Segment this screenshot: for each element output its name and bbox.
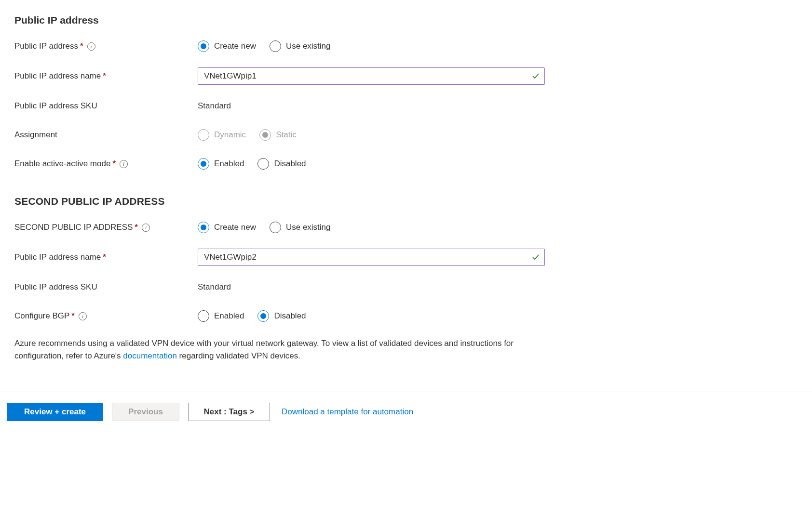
radio-icon (198, 222, 209, 233)
row-sku2: Public IP address SKU Standard (14, 279, 798, 295)
radio-group-active-active: Enabled Disabled (198, 158, 306, 170)
pip2-name-input[interactable] (198, 249, 545, 266)
radio-icon (198, 40, 209, 52)
row-bgp: Configure BGP * i Enabled Disabled (14, 308, 798, 324)
radio-create-new-2[interactable]: Create new (198, 222, 256, 233)
required-asterisk: * (80, 41, 83, 51)
input-wrap-pip2-name (198, 249, 545, 266)
radio-bgp-disabled[interactable]: Disabled (257, 310, 306, 322)
download-template-link[interactable]: Download a template for automation (282, 407, 413, 417)
row-pip-name: Public IP address name * (14, 67, 798, 85)
label-sku2: Public IP address SKU (14, 282, 198, 292)
radio-group-bgp: Enabled Disabled (198, 310, 306, 322)
info-icon[interactable]: i (142, 224, 150, 232)
label-text: Public IP address SKU (14, 282, 97, 292)
documentation-link[interactable]: documentation (123, 351, 177, 360)
info-icon[interactable]: i (120, 160, 128, 168)
label-text: Configure BGP (14, 311, 69, 321)
sku-value: Standard (198, 101, 231, 111)
next-tags-button[interactable]: Next : Tags > (188, 403, 270, 421)
label-text: Public IP address (14, 41, 78, 51)
radio-bgp-enabled[interactable]: Enabled (198, 310, 244, 322)
radio-icon (257, 310, 269, 322)
row-sku: Public IP address SKU Standard (14, 98, 798, 114)
row-pip2-mode: SECOND PUBLIC IP ADDRESS * i Create new … (14, 220, 798, 235)
label-bgp: Configure BGP * i (14, 311, 198, 321)
radio-icon (198, 129, 209, 141)
label-active-active: Enable active-active mode * i (14, 159, 198, 169)
info-icon[interactable]: i (87, 42, 95, 51)
pip-name-input[interactable] (198, 67, 545, 85)
sku2-value: Standard (198, 282, 231, 292)
radio-icon (198, 158, 209, 170)
wizard-footer: Review + create Previous Next : Tags > D… (0, 392, 812, 432)
recommendation-text: Azure recommends using a validated VPN d… (14, 337, 545, 363)
required-asterisk: * (71, 311, 75, 321)
radio-label: Enabled (214, 311, 244, 321)
required-asterisk: * (135, 223, 138, 232)
label-pip-name: Public IP address name * (14, 71, 198, 81)
radio-dynamic: Dynamic (198, 129, 246, 141)
label-pip2-mode: SECOND PUBLIC IP ADDRESS * i (14, 223, 198, 232)
label-assignment: Assignment (14, 130, 198, 140)
radio-disabled[interactable]: Disabled (257, 158, 306, 170)
radio-group-pip2-mode: Create new Use existing (198, 222, 331, 233)
section-title-public-ip: Public IP address (14, 14, 798, 26)
radio-group-assignment: Dynamic Static (198, 129, 297, 141)
label-pip-mode: Public IP address * i (14, 41, 198, 51)
radio-use-existing-2[interactable]: Use existing (270, 222, 331, 233)
radio-icon (198, 310, 209, 322)
label-text: Public IP address name (14, 252, 101, 262)
radio-use-existing[interactable]: Use existing (270, 40, 331, 52)
info-icon[interactable]: i (79, 312, 87, 320)
row-assignment: Assignment Dynamic Static (14, 127, 798, 143)
radio-label: Disabled (274, 159, 306, 169)
label-text: Enable active-active mode (14, 159, 110, 169)
section-title-second-pip: SECOND PUBLIC IP ADDRESS (14, 196, 798, 207)
recommendation-after: regarding validated VPN devices. (177, 351, 300, 360)
radio-label: Use existing (286, 223, 331, 232)
radio-label: Dynamic (214, 130, 246, 140)
label-text: Assignment (14, 130, 57, 140)
radio-label: Create new (214, 223, 256, 232)
required-asterisk: * (103, 71, 106, 81)
radio-label: Static (276, 130, 297, 140)
radio-icon (270, 40, 281, 52)
input-wrap-pip-name (198, 67, 545, 85)
row-active-active: Enable active-active mode * i Enabled Di… (14, 156, 798, 172)
review-create-button[interactable]: Review + create (7, 403, 103, 421)
radio-label: Use existing (286, 41, 331, 51)
previous-button: Previous (112, 403, 179, 421)
radio-group-pip-mode: Create new Use existing (198, 40, 331, 52)
checkmark-icon (531, 72, 540, 80)
radio-static: Static (259, 129, 297, 141)
row-pip-mode: Public IP address * i Create new Use exi… (14, 39, 798, 54)
radio-label: Create new (214, 41, 256, 51)
radio-enabled[interactable]: Enabled (198, 158, 244, 170)
row-pip2-name: Public IP address name * (14, 249, 798, 266)
label-text: Public IP address SKU (14, 101, 97, 111)
label-sku: Public IP address SKU (14, 101, 198, 111)
label-text: Public IP address name (14, 71, 101, 81)
radio-label: Enabled (214, 159, 244, 169)
required-asterisk: * (103, 252, 106, 262)
required-asterisk: * (112, 159, 116, 169)
label-pip2-name: Public IP address name * (14, 252, 198, 262)
radio-create-new[interactable]: Create new (198, 40, 256, 52)
label-text: SECOND PUBLIC IP ADDRESS (14, 223, 133, 232)
checkmark-icon (531, 253, 540, 262)
radio-icon (257, 158, 269, 170)
radio-label: Disabled (274, 311, 306, 321)
radio-icon (270, 222, 281, 233)
radio-icon (259, 129, 271, 141)
